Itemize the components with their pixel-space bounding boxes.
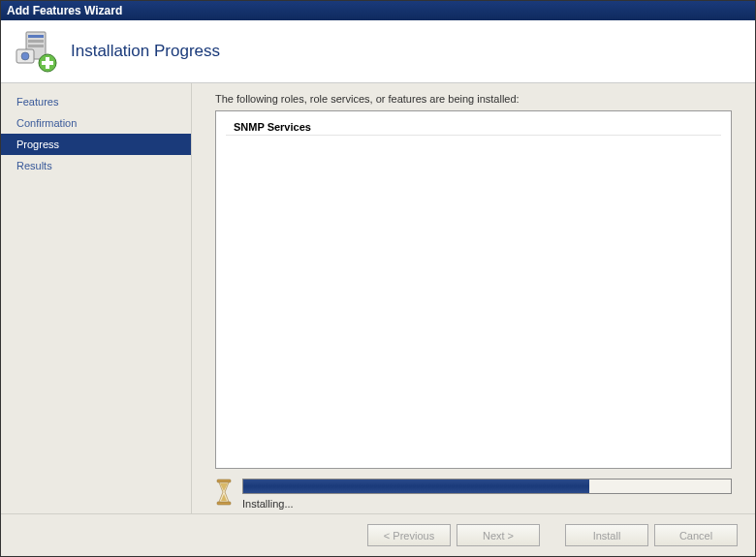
- svg-point-5: [21, 52, 29, 60]
- sidebar-item-results[interactable]: Results: [1, 155, 191, 176]
- progress-fill: [243, 480, 589, 493]
- page-title: Installation Progress: [71, 42, 220, 61]
- sidebar-item-label: Features: [16, 96, 58, 108]
- svg-rect-8: [42, 61, 53, 65]
- progress-status: Installing...: [242, 498, 732, 510]
- main-panel: The following roles, role services, or f…: [191, 83, 755, 513]
- cancel-button[interactable]: Cancel: [654, 524, 738, 546]
- body: Features Confirmation Progress Results T…: [1, 83, 755, 513]
- previous-button[interactable]: < Previous: [367, 524, 451, 546]
- progress-column: Installing...: [242, 479, 732, 510]
- window-title: Add Features Wizard: [7, 4, 122, 17]
- sidebar-item-label: Results: [16, 160, 52, 171]
- progress-row: Installing...: [215, 479, 732, 510]
- sidebar-item-confirmation[interactable]: Confirmation: [1, 112, 191, 134]
- server-wizard-icon: [13, 28, 59, 75]
- hourglass-icon: [215, 479, 233, 506]
- svg-rect-2: [28, 40, 44, 43]
- install-list: SNMP Services: [215, 110, 732, 469]
- svg-rect-1: [28, 35, 44, 38]
- sidebar-item-features[interactable]: Features: [1, 91, 191, 112]
- svg-rect-10: [217, 502, 231, 505]
- install-description: The following roles, role services, or f…: [215, 93, 732, 105]
- progress-bar: [242, 479, 732, 494]
- sidebar-item-label: Progress: [16, 139, 59, 150]
- svg-rect-3: [28, 45, 44, 47]
- footer: < Previous Next > Install Cancel: [1, 513, 755, 556]
- install-item-label: SNMP Services: [234, 121, 311, 133]
- sidebar-item-progress[interactable]: Progress: [1, 134, 191, 155]
- install-button[interactable]: Install: [565, 524, 648, 546]
- next-button[interactable]: Next >: [457, 524, 540, 546]
- install-item: SNMP Services: [226, 119, 721, 136]
- sidebar-item-label: Confirmation: [16, 117, 77, 129]
- titlebar: Add Features Wizard: [1, 1, 755, 20]
- header: Installation Progress: [1, 20, 755, 83]
- svg-rect-9: [217, 480, 231, 482]
- sidebar: Features Confirmation Progress Results: [1, 83, 191, 513]
